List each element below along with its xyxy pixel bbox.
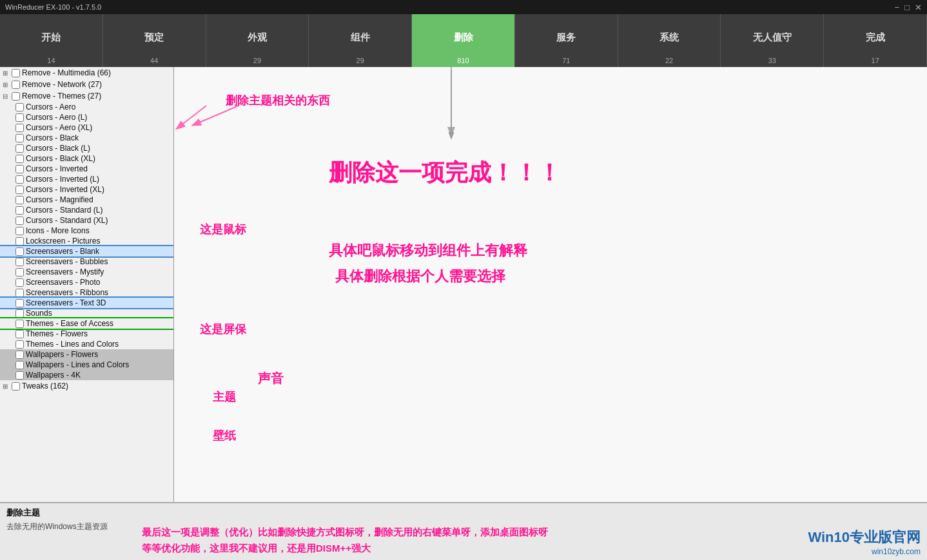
item-screensavers-blank[interactable]: Screensavers - Blank bbox=[0, 246, 173, 256]
tab-components-count: 29 bbox=[356, 57, 364, 64]
expander-multimedia[interactable]: ⊞ bbox=[3, 70, 12, 77]
cb-lockscreen[interactable] bbox=[15, 237, 24, 246]
cb-sounds[interactable] bbox=[15, 309, 24, 318]
cb-themes-ease[interactable] bbox=[15, 320, 24, 328]
checkbox-themes[interactable] bbox=[12, 92, 20, 101]
tab-remove[interactable]: 删除 810 bbox=[412, 14, 515, 67]
tab-components-label: 组件 bbox=[351, 32, 370, 44]
tab-start[interactable]: 开始 14 bbox=[0, 14, 103, 67]
tab-appearance-count: 29 bbox=[253, 57, 261, 64]
cb-screensavers-ribbons[interactable] bbox=[15, 289, 24, 297]
item-screensavers-photo[interactable]: Screensavers - Photo bbox=[0, 277, 173, 287]
cb-screensavers-blank[interactable] bbox=[15, 247, 24, 256]
tab-start-label: 开始 bbox=[41, 32, 61, 44]
cb-cursors-aero[interactable] bbox=[15, 103, 24, 111]
item-cursors-inverted-xl[interactable]: Cursors - Inverted (XL) bbox=[0, 184, 173, 195]
group-network-label: Remove - Network (27) bbox=[22, 80, 102, 89]
svg-line-0 bbox=[193, 106, 239, 125]
cb-cursors-black-l[interactable] bbox=[15, 144, 24, 153]
group-tweaks[interactable]: ⊞ Tweaks (162) bbox=[0, 380, 173, 392]
tree-panel[interactable]: ⊞ Remove - Multimedia (66) ⊞ Remove - Ne… bbox=[0, 67, 174, 502]
tab-remove-count: 810 bbox=[457, 57, 469, 64]
cb-wallpapers-flowers[interactable] bbox=[15, 351, 24, 359]
item-themes-flowers[interactable]: Themes - Flowers bbox=[0, 329, 173, 339]
annotation-screensaver-label: 这是屏保 bbox=[200, 322, 246, 337]
cb-cursors-black-xl[interactable] bbox=[15, 155, 24, 163]
item-themes-lines[interactable]: Themes - Lines and Colors bbox=[0, 339, 173, 349]
item-screensavers-bubbles[interactable]: Screensavers - Bubbles bbox=[0, 256, 173, 267]
cb-screensavers-mystify[interactable] bbox=[15, 268, 24, 276]
group-themes[interactable]: ⊟ Remove - Themes (27) bbox=[0, 90, 173, 102]
tab-preset[interactable]: 预定 44 bbox=[103, 14, 206, 67]
annotation-delete-done: 删除这一项完成！！！ bbox=[329, 157, 561, 189]
tab-components[interactable]: 组件 29 bbox=[309, 14, 412, 67]
cb-cursors-inverted[interactable] bbox=[15, 165, 24, 173]
checkbox-multimedia[interactable] bbox=[12, 69, 20, 77]
cb-screensavers-photo[interactable] bbox=[15, 278, 24, 287]
item-cursors-standard-xl[interactable]: Cursors - Standard (XL) bbox=[0, 215, 173, 226]
cb-screensavers-text3d[interactable] bbox=[15, 299, 24, 307]
item-themes-ease[interactable]: Themes - Ease of Access bbox=[0, 318, 173, 329]
item-screensavers-ribbons[interactable]: Screensavers - Ribbons bbox=[0, 287, 173, 298]
cb-cursors-aero-xl[interactable] bbox=[15, 124, 24, 132]
cb-screensavers-bubbles[interactable] bbox=[15, 258, 24, 266]
cb-themes-flowers[interactable] bbox=[15, 330, 24, 338]
item-icons-more[interactable]: Icons - More Icons bbox=[0, 226, 173, 236]
expander-tweaks[interactable]: ⊞ bbox=[3, 383, 12, 390]
cb-cursors-magnified[interactable] bbox=[15, 196, 24, 204]
item-sounds[interactable]: Sounds bbox=[0, 308, 173, 318]
group-multimedia[interactable]: ⊞ Remove - Multimedia (66) bbox=[0, 67, 173, 79]
item-cursors-aero-l[interactable]: Cursors - Aero (L) bbox=[0, 112, 173, 122]
item-wallpapers-4k[interactable]: Wallpapers - 4K bbox=[0, 370, 173, 380]
arrows-overlay bbox=[174, 67, 927, 502]
cb-cursors-standard-l[interactable] bbox=[15, 206, 24, 215]
expander-network[interactable]: ⊞ bbox=[3, 81, 12, 88]
item-cursors-magnified[interactable]: Cursors - Magnified bbox=[0, 195, 173, 205]
annotation-detail2: 具体删除根据个人需要选择 bbox=[335, 267, 505, 286]
cb-cursors-black[interactable] bbox=[15, 134, 24, 142]
group-network[interactable]: ⊞ Remove - Network (27) bbox=[0, 79, 173, 90]
item-screensavers-text3d[interactable]: Screensavers - Text 3D bbox=[0, 298, 173, 308]
cb-cursors-inverted-xl[interactable] bbox=[15, 186, 24, 194]
annotation-sounds-label: 声音 bbox=[258, 370, 284, 387]
tab-start-count: 14 bbox=[47, 57, 55, 64]
titlebar-controls[interactable]: − □ ✕ bbox=[895, 3, 922, 12]
annotation-detail1: 具体吧鼠标移动到组件上有解释 bbox=[329, 241, 527, 260]
item-cursors-standard-l[interactable]: Cursors - Standard (L) bbox=[0, 205, 173, 215]
main-area: ⊞ Remove - Multimedia (66) ⊞ Remove - Ne… bbox=[0, 67, 927, 502]
checkbox-network[interactable] bbox=[12, 81, 20, 89]
item-cursors-inverted-l[interactable]: Cursors - Inverted (L) bbox=[0, 174, 173, 184]
tab-services[interactable]: 服务 71 bbox=[515, 14, 618, 67]
item-wallpapers-flowers[interactable]: Wallpapers - Flowers bbox=[0, 349, 173, 360]
item-cursors-black-xl[interactable]: Cursors - Black (XL) bbox=[0, 153, 173, 164]
maximize-button[interactable]: □ bbox=[904, 3, 910, 12]
tab-finish[interactable]: 完成 17 bbox=[824, 14, 927, 67]
cb-cursors-aero-l[interactable] bbox=[15, 113, 24, 122]
tab-appearance[interactable]: 外观 29 bbox=[206, 14, 309, 67]
tab-remove-label: 删除 bbox=[454, 32, 473, 44]
nav-tabs: 开始 14 预定 44 外观 29 组件 29 删除 810 服务 71 系统 … bbox=[0, 14, 927, 67]
minimize-button[interactable]: − bbox=[895, 3, 900, 12]
item-cursors-aero-xl[interactable]: Cursors - Aero (XL) bbox=[0, 122, 173, 133]
annotation-wallpaper-label: 壁纸 bbox=[213, 428, 236, 443]
cb-themes-lines[interactable] bbox=[15, 340, 24, 349]
cb-wallpapers-4k[interactable] bbox=[15, 371, 24, 380]
item-wallpapers-lines[interactable]: Wallpapers - Lines and Colors bbox=[0, 360, 173, 370]
cb-icons-more[interactable] bbox=[15, 227, 24, 235]
item-cursors-inverted[interactable]: Cursors - Inverted bbox=[0, 164, 173, 174]
tab-system[interactable]: 系统 22 bbox=[618, 14, 721, 67]
group-themes-label: Remove - Themes (27) bbox=[22, 92, 101, 101]
item-screensavers-mystify[interactable]: Screensavers - Mystify bbox=[0, 267, 173, 277]
checkbox-tweaks[interactable] bbox=[12, 382, 20, 391]
item-cursors-aero[interactable]: Cursors - Aero bbox=[0, 102, 173, 112]
item-cursors-black[interactable]: Cursors - Black bbox=[0, 133, 173, 143]
expander-themes[interactable]: ⊟ bbox=[3, 93, 12, 100]
cb-cursors-inverted-l[interactable] bbox=[15, 175, 24, 184]
tab-unattended[interactable]: 无人值守 33 bbox=[721, 14, 824, 67]
item-cursors-black-l[interactable]: Cursors - Black (L) bbox=[0, 143, 173, 153]
close-button[interactable]: ✕ bbox=[915, 3, 922, 12]
tab-system-count: 22 bbox=[665, 57, 673, 64]
cb-wallpapers-lines[interactable] bbox=[15, 361, 24, 369]
cb-cursors-standard-xl[interactable] bbox=[15, 217, 24, 225]
item-lockscreen[interactable]: Lockscreen - Pictures bbox=[0, 236, 173, 246]
